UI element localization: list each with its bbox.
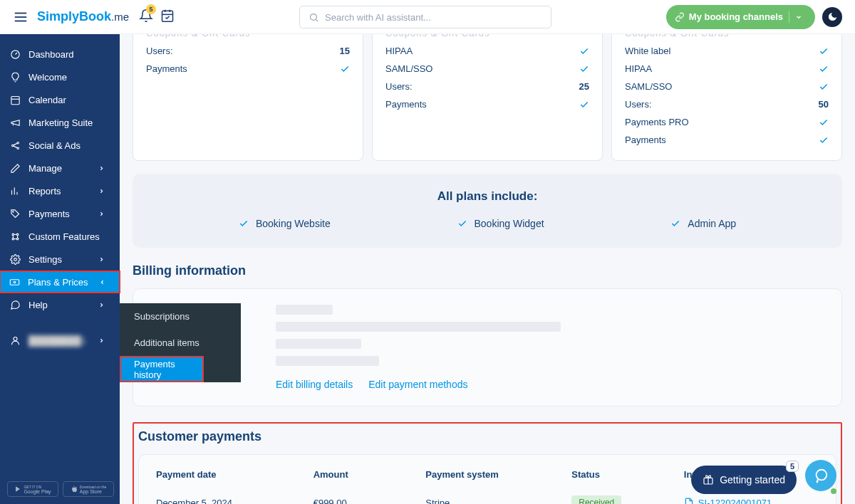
chat-fab[interactable] — [805, 460, 836, 491]
invoice-link[interactable]: SI-122024001071 — [684, 498, 819, 505]
calendar-icon — [10, 95, 21, 105]
plan-card-3: Coupons & Gift Cards White label HIPAA S… — [611, 34, 842, 161]
svg-point-7 — [311, 14, 317, 20]
edit-billing-details-link[interactable]: Edit billing details — [276, 379, 353, 390]
include-item: Booking Website — [239, 218, 331, 229]
chevron-down-icon — [795, 14, 802, 21]
booking-channels-label: My booking channels — [689, 11, 783, 22]
bulb-icon — [10, 72, 21, 83]
plan-feat-payments: Payments — [146, 60, 350, 78]
include-item: Admin App — [670, 218, 736, 229]
cell-system: Stripe — [425, 498, 571, 505]
check-icon — [579, 100, 589, 110]
sidebar-item-payments[interactable]: Payments — [0, 202, 120, 225]
calendar-button[interactable] — [160, 9, 175, 26]
svg-point-24 — [16, 238, 19, 240]
chevron-right-icon — [98, 211, 105, 217]
dashboard-icon — [10, 49, 21, 60]
check-icon — [819, 117, 829, 127]
logo-part1: SimplyBook — [37, 9, 111, 24]
app-store-button[interactable]: Download on theApp Store — [63, 481, 114, 497]
plan-feat-users: Users: 15 — [146, 42, 350, 60]
sidebar-item-help[interactable]: Help — [0, 293, 120, 316]
edit-payment-methods-link[interactable]: Edit payment methods — [368, 379, 467, 390]
chat-bubble-icon — [813, 468, 829, 483]
check-icon — [819, 64, 829, 74]
sidebar-item-dashboard[interactable]: Dashboard — [0, 43, 120, 65]
svg-point-23 — [12, 238, 14, 240]
hamburger-icon[interactable] — [13, 9, 28, 25]
sidebar-item-calendar[interactable]: Calendar — [0, 88, 120, 111]
plans-submenu: Subscriptions Additional items Payments … — [120, 303, 241, 382]
submenu-payments-history[interactable]: Payments history — [120, 356, 204, 382]
svg-point-31 — [14, 281, 16, 283]
feat-trunc: Coupons & Gift Cards — [625, 34, 729, 38]
svg-point-12 — [12, 145, 14, 147]
svg-line-15 — [14, 143, 17, 145]
booking-channels-button[interactable]: My booking channels — [666, 5, 815, 29]
check-icon — [819, 135, 829, 145]
submenu-additional-items[interactable]: Additional items — [120, 330, 241, 356]
play-icon — [14, 485, 21, 493]
sidebar-label: Payments — [28, 209, 70, 219]
share-icon — [10, 140, 21, 151]
document-icon — [684, 498, 694, 504]
user-icon — [10, 335, 21, 346]
google-play-button[interactable]: GET IT ONGoogle Play — [7, 481, 58, 497]
plan-feat-payments: Payments — [385, 95, 589, 113]
search-box[interactable] — [299, 6, 551, 28]
sidebar-item-plans-prices[interactable]: Plans & Prices — [0, 271, 120, 293]
check-icon — [670, 219, 680, 229]
sidebar-label: Settings — [28, 254, 62, 265]
billing-title: Billing information — [133, 263, 842, 278]
svg-rect-10 — [11, 96, 19, 104]
plan-feat-payments: Payments — [625, 131, 829, 149]
check-icon — [819, 82, 829, 92]
plan-feat-hipaa: HIPAA — [385, 42, 589, 60]
plan-card-2: Coupons & Gift Cards HIPAA SAML/SSO User… — [372, 34, 603, 161]
sidebar: Dashboard Welcome Calendar Marketing Sui… — [0, 34, 120, 504]
notifications-button[interactable]: 5 — [139, 9, 153, 26]
sidebar-item-reports[interactable]: Reports — [0, 179, 120, 202]
check-icon — [239, 219, 249, 229]
chevron-right-icon — [98, 302, 105, 308]
sidebar-label: Dashboard — [28, 49, 74, 60]
plan-feat-users: Users: 50 — [625, 95, 829, 113]
sidebar-item-custom-features[interactable]: Custom Features — [0, 225, 120, 248]
apple-icon — [71, 485, 78, 493]
chevron-left-icon — [99, 279, 105, 285]
search-input[interactable] — [325, 12, 542, 23]
svg-point-13 — [17, 142, 19, 144]
chevron-right-icon — [98, 256, 105, 263]
tag-icon — [10, 209, 21, 219]
plans-include-box: All plans include: Booking Website Booki… — [133, 174, 842, 248]
svg-line-8 — [316, 19, 318, 21]
logo[interactable]: SimplyBook.me — [37, 9, 129, 24]
darkmode-button[interactable] — [822, 7, 842, 27]
check-icon — [579, 46, 589, 56]
svg-marker-33 — [16, 486, 21, 492]
sidebar-label: Welcome — [28, 72, 67, 83]
sidebar-item-user[interactable]: ████████1 — [0, 329, 120, 352]
svg-point-20 — [13, 211, 14, 211]
svg-rect-30 — [10, 279, 19, 285]
sidebar-item-manage[interactable]: Manage — [0, 157, 120, 179]
plan-feat-payments-pro: Payments PRO — [625, 113, 829, 131]
getting-started-button[interactable]: Getting started 5 — [691, 466, 797, 494]
plan-feat-saml: SAML/SSO — [625, 78, 829, 95]
main-content: Coupons & Gift Cards Users: 15 Payments … — [120, 34, 855, 504]
sidebar-label: Plans & Prices — [28, 277, 88, 288]
svg-point-29 — [14, 258, 17, 261]
search-icon — [309, 12, 319, 23]
svg-rect-3 — [162, 11, 173, 21]
sidebar-item-social[interactable]: Social & Ads — [0, 134, 120, 157]
svg-line-16 — [14, 146, 17, 148]
submenu-subscriptions[interactable]: Subscriptions — [120, 303, 241, 330]
check-icon — [579, 64, 589, 74]
sidebar-item-welcome[interactable]: Welcome — [0, 65, 120, 88]
customer-payments-title: Customer payments — [138, 429, 836, 444]
sidebar-item-marketing[interactable]: Marketing Suite — [0, 111, 120, 134]
sidebar-item-settings[interactable]: Settings — [0, 248, 120, 271]
topbar: SimplyBook.me 5 My booking channels — [0, 0, 855, 34]
status-badge: Received — [571, 495, 621, 504]
